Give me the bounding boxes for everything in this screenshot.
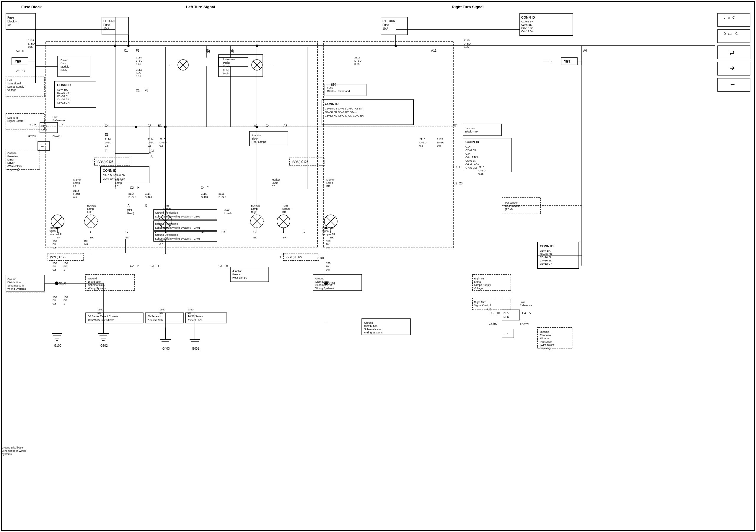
svg-text:L–BU: L–BU	[148, 141, 154, 144]
svg-text:C4=12 BN: C4=12 BN	[521, 30, 534, 33]
svg-text:C1: C1	[124, 49, 128, 52]
svg-text:Ground: Ground	[7, 278, 16, 281]
svg-text:Backup: Backup	[251, 204, 260, 207]
svg-text:Lamps Supply: Lamps Supply	[474, 284, 491, 287]
svg-rect-0	[0, 0, 756, 532]
svg-text:C4: C4	[201, 186, 205, 190]
svg-text:2114: 2114	[136, 68, 142, 71]
svg-text:Block – I/P: Block – I/P	[465, 130, 478, 133]
svg-text:F3: F3	[136, 49, 139, 52]
svg-text:C1: C1	[150, 149, 154, 153]
svg-text:Distribution: Distribution	[88, 280, 101, 283]
svg-text:Block –: Block –	[7, 20, 17, 23]
svg-text:Schematics in: Schematics in	[315, 284, 332, 287]
svg-text:Schematics in Wiring: Schematics in Wiring	[1, 449, 26, 452]
svg-text:(Not: (Not	[127, 209, 132, 212]
svg-text:2114: 2114	[105, 138, 111, 141]
svg-text:Signal: Signal	[474, 280, 481, 283]
svg-text:0.8: 0.8	[53, 268, 56, 271]
svg-text:150: 150	[53, 296, 57, 299]
svg-text:C1=—: C1=—	[465, 145, 473, 148]
svg-text:BK: BK	[57, 236, 60, 239]
svg-text:Voltage: Voltage	[474, 287, 483, 290]
svg-text:Fuse: Fuse	[327, 86, 333, 89]
svg-text:1: 1	[97, 315, 99, 317]
svg-text:may vary): may vary)	[540, 347, 552, 350]
svg-text:C4=10 BK: C4=10 BK	[540, 259, 552, 262]
svg-text:Lamp –: Lamp –	[326, 182, 335, 185]
svg-text:BK: BK	[201, 230, 205, 234]
svg-text:C1=68 GY  C4=32 GN  C7=2 BK: C1=68 GY C4=32 GN C7=2 BK	[325, 107, 362, 110]
svg-text:BK: BK	[222, 230, 226, 234]
svg-text:A6: A6	[583, 49, 587, 52]
svg-text:C5=12 GN: C5=12 GN	[540, 262, 553, 265]
svg-text:Fuse: Fuse	[7, 16, 14, 19]
svg-text:0.8: 0.8	[419, 144, 423, 147]
svg-text:Schematics in Wiring Systems –: Schematics in Wiring Systems – G302	[155, 215, 200, 218]
svg-text:C2=6 BK: C2=6 BK	[465, 149, 476, 152]
svg-text:D–BU: D–BU	[437, 141, 444, 144]
svg-text:←: ←	[40, 144, 44, 149]
svg-text:1550: 1550	[97, 308, 103, 311]
svg-text:150: 150	[53, 262, 57, 265]
svg-text:2114: 2114	[73, 190, 79, 192]
svg-text:CONN ID: CONN ID	[325, 102, 339, 106]
svg-text:C3: C3	[29, 124, 33, 127]
svg-point-469	[256, 126, 258, 128]
svg-text:C2: C2	[16, 70, 20, 73]
svg-text:C4: C4	[522, 312, 526, 315]
svg-text:Chassis Cab: Chassis Cab	[148, 319, 163, 322]
svg-text:L–BU: L–BU	[136, 72, 143, 75]
svg-text:(VYU) C127: (VYU) C127	[286, 256, 302, 259]
svg-point-489	[135, 126, 137, 128]
svg-text:H: H	[226, 265, 228, 267]
svg-text:BK: BK	[283, 236, 286, 239]
svg-text:E1: E1	[105, 133, 109, 136]
svg-text:DPN: DPN	[503, 316, 509, 318]
svg-text:Right: Right	[251, 211, 257, 214]
svg-text:Backup: Backup	[87, 204, 96, 207]
svg-text:1: 1	[62, 124, 64, 127]
svg-text:C1=4 BK: C1=4 BK	[57, 88, 68, 91]
svg-text:Lamp –: Lamp –	[251, 207, 260, 210]
svg-text:Ground Distribution: Ground Distribution	[155, 233, 178, 236]
svg-text:A11: A11	[431, 49, 437, 52]
svg-text:C3: C3	[16, 49, 20, 52]
svg-point-475	[256, 44, 258, 47]
svg-text:BK: BK	[326, 243, 330, 246]
svg-text:→: →	[504, 331, 509, 336]
svg-text:Left: Left	[7, 79, 12, 82]
svg-text:D–BU: D–BU	[145, 196, 152, 199]
svg-text:BK: BK	[53, 299, 56, 302]
svg-text:BK: BK	[125, 236, 129, 239]
svg-text:0.35: 0.35	[354, 63, 360, 65]
svg-text:150: 150	[53, 240, 57, 242]
svg-text:←: ←	[729, 81, 736, 88]
svg-text:2115: 2115	[159, 138, 165, 141]
svg-text:C1: C1	[136, 89, 140, 92]
svg-text:Right Turn: Right Turn	[474, 301, 486, 304]
svg-text:Lamp – RF: Lamp – RF	[322, 233, 335, 236]
svg-text:11: 11	[22, 70, 25, 73]
svg-text:Rear Lamps: Rear Lamps	[232, 276, 247, 279]
svg-text:CONN ID: CONN ID	[521, 16, 535, 19]
svg-text:C2=68 BK  C5=2 GY   C8=—: C2=68 BK C5=2 GY C8=—	[325, 111, 357, 114]
svg-text:C2=6 BK: C2=6 BK	[521, 23, 532, 26]
svg-text:Door Module: Door Module	[505, 205, 520, 207]
svg-text:Schematics in: Schematics in	[7, 284, 24, 287]
svg-text:Rearview: Rearview	[540, 334, 551, 337]
svg-text:(IPC): (IPC)	[223, 68, 229, 71]
svg-text:BK: BK	[326, 265, 330, 268]
svg-text:Passenger: Passenger	[540, 340, 553, 343]
svg-text:2: 2	[34, 124, 36, 127]
svg-text:RF: RF	[326, 185, 330, 188]
svg-text:2115: 2115	[478, 166, 484, 169]
svg-text:Underhood: Underhood	[337, 90, 350, 93]
svg-text:Signal –: Signal –	[282, 207, 292, 210]
svg-text:Lamp – LF: Lamp – LF	[49, 233, 62, 236]
svg-text:B1: B1	[206, 49, 210, 52]
svg-text:C5=6 BN: C5=6 BN	[465, 159, 476, 162]
svg-text:2115: 2115	[354, 56, 360, 59]
svg-text:A: A	[150, 155, 153, 159]
svg-text:Lamp –: Lamp –	[87, 207, 96, 210]
